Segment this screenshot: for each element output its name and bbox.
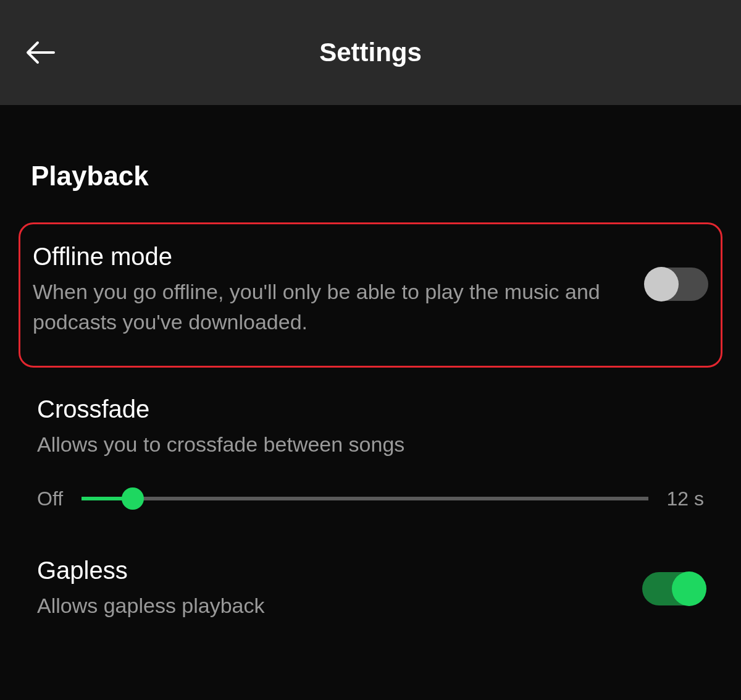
offline-mode-title: Offline mode <box>33 243 622 271</box>
crossfade-min-label: Off <box>37 487 63 510</box>
slider-thumb <box>122 487 144 510</box>
offline-mode-text: Offline mode When you go offline, you'll… <box>33 243 647 338</box>
back-arrow-icon[interactable] <box>22 34 59 71</box>
crossfade-slider[interactable] <box>82 497 648 500</box>
section-title-playback: Playback <box>31 161 710 192</box>
offline-mode-toggle[interactable] <box>647 268 708 301</box>
gapless-toggle[interactable] <box>642 572 704 605</box>
gapless-description: Allows gapless playback <box>37 591 618 621</box>
toggle-thumb <box>644 267 679 302</box>
offline-mode-row: Offline mode When you go offline, you'll… <box>19 222 722 368</box>
header: Settings <box>0 0 741 105</box>
toggle-thumb <box>672 571 706 606</box>
gapless-text: Gapless Allows gapless playback <box>37 557 642 621</box>
gapless-row: Gapless Allows gapless playback <box>31 541 710 636</box>
crossfade-description: Allows you to crossfade between songs <box>37 429 679 460</box>
page-title: Settings <box>319 38 422 67</box>
crossfade-slider-row: Off 12 s <box>31 466 710 541</box>
content: Playback Offline mode When you go offlin… <box>0 105 741 636</box>
crossfade-text: Crossfade Allows you to crossfade betwee… <box>37 395 704 460</box>
crossfade-title: Crossfade <box>37 395 679 423</box>
crossfade-row: Crossfade Allows you to crossfade betwee… <box>31 380 710 466</box>
gapless-title: Gapless <box>37 557 618 584</box>
crossfade-max-label: 12 s <box>667 487 704 510</box>
offline-mode-description: When you go offline, you'll only be able… <box>33 277 622 338</box>
